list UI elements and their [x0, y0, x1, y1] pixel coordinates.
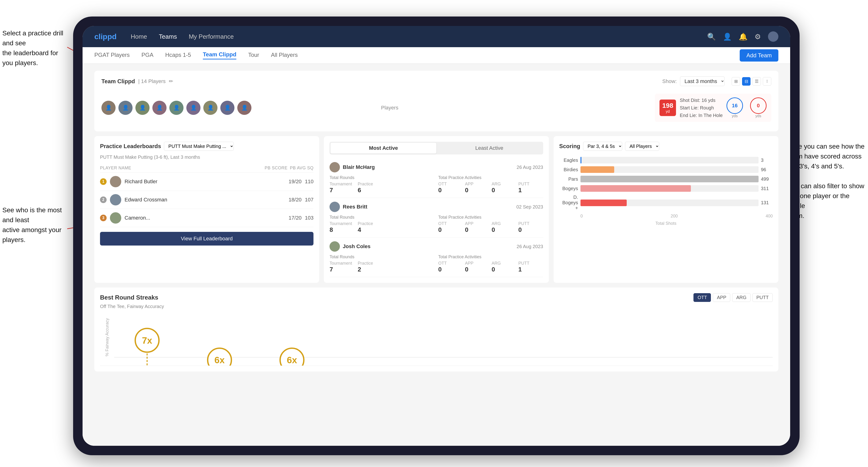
filter-ott[interactable]: OTT	[693, 293, 711, 302]
main-content: Team Clippd | 14 Players ✏ Show: Last 3 …	[83, 64, 790, 446]
tab-least-active[interactable]: Least Active	[436, 143, 542, 154]
scoring-bar-chart: Eagles 3 Birdies 96	[559, 154, 773, 228]
shot-dist-badge: 198 yd	[659, 99, 676, 116]
team-count: | 14 Players	[138, 78, 165, 85]
scoring-par-filter[interactable]: Par 3, 4 & 5s	[583, 142, 622, 151]
activity-avatar-2	[330, 201, 340, 212]
activity-player-2: Rees Britt 02 Sep 2023 Total Rounds Tour…	[330, 198, 543, 238]
player-lb-name-1: Richard Butler	[125, 179, 285, 185]
bar-value-bogeys: 311	[761, 186, 773, 191]
user-avatar[interactable]	[768, 31, 778, 42]
three-col-layout: Practice Leaderboards PUTT Must Make Put…	[94, 136, 778, 283]
player-avatar-9[interactable]: 👤	[237, 101, 251, 115]
scoring-player-filter[interactable]: All Players	[625, 142, 659, 151]
leaderboard-row-2[interactable]: 2 Edward Crossman 18/20 107	[100, 191, 313, 209]
activity-player-header-1: Blair McHarg 26 Aug 2023	[330, 162, 543, 173]
team-title: Team Clippd	[101, 78, 135, 85]
player-avatar-1[interactable]: 👤	[101, 101, 116, 115]
leaderboard-row-3[interactable]: 3 Cameron... 17/20 103	[100, 209, 313, 227]
leaderboard-row-1[interactable]: 1 Richard Butler 19/20 110	[100, 173, 313, 191]
scoring-card: Scoring Par 3, 4 & 5s All Players Eagles	[554, 136, 778, 283]
streaks-header: Best Round Streaks OTT APP ARG PUTT	[100, 293, 773, 302]
total-rounds-group-2: Total Rounds Tournament8 Practice4	[330, 215, 434, 234]
people-icon[interactable]: 👤	[723, 33, 732, 41]
practice-leaderboards-card: Practice Leaderboards PUTT Must Make Put…	[94, 136, 319, 283]
leaderboard-table-header: PLAYER NAME PB SCORE PB AVG SQ	[100, 164, 313, 173]
player-lb-avg-3: 103	[305, 215, 314, 221]
drill-select[interactable]: PUTT Must Make Putting ...	[164, 142, 234, 151]
activity-player-1: Blair McHarg 26 Aug 2023 Total Rounds To…	[330, 158, 543, 198]
nav-teams[interactable]: Teams	[159, 33, 177, 40]
team-section: Team Clippd | 14 Players ✏ Show: Last 3 …	[94, 71, 778, 131]
activity-stats-3: Total Rounds Tournament7 Practice2 Total…	[330, 254, 543, 273]
svg-text:6x: 6x	[214, 355, 225, 365]
brand-logo[interactable]: clippd	[94, 32, 117, 41]
show-label: Show:	[662, 78, 677, 85]
bar-value-dbogeys: 131	[761, 200, 773, 206]
players-label: Players	[381, 105, 398, 111]
activity-card: Most Active Least Active Blair McHarg 26…	[324, 136, 549, 283]
sub-nav-pga[interactable]: PGA	[142, 52, 154, 59]
total-rounds-group-3: Total Rounds Tournament7 Practice2	[330, 254, 434, 273]
player-lb-name-2: Edward Crossman	[125, 197, 285, 203]
bar-fill-pars	[581, 176, 758, 182]
view-leaderboard-button[interactable]: View Full Leaderboard	[100, 232, 313, 246]
sub-navbar: PGAT Players PGA Hcaps 1-5 Team Clippd T…	[83, 47, 790, 64]
shot-circle-2: 0	[750, 97, 767, 114]
activity-date-2: 02 Sep 2023	[516, 204, 543, 210]
edit-icon[interactable]: ✏	[169, 78, 173, 85]
activity-avatar-1	[330, 162, 340, 173]
bar-bogeys: Bogeys 311	[559, 185, 773, 192]
filter-arg[interactable]: ARG	[732, 293, 750, 302]
sub-nav-team-clippd[interactable]: Team Clippd	[203, 51, 236, 59]
bar-fill-bogeys	[581, 185, 691, 192]
filter-app[interactable]: APP	[713, 293, 730, 302]
filter-putt[interactable]: PUTT	[752, 293, 773, 302]
bell-icon[interactable]: 🔔	[739, 33, 747, 41]
player-avatar-7[interactable]: 👤	[203, 101, 217, 115]
player-avatar-6[interactable]: 👤	[186, 101, 200, 115]
svg-text:6x: 6x	[287, 355, 297, 365]
search-icon[interactable]: 🔍	[707, 33, 716, 41]
add-team-button[interactable]: Add Team	[740, 49, 778, 62]
settings-icon[interactable]: ⚙	[754, 33, 761, 41]
nav-my-performance[interactable]: My Performance	[189, 33, 234, 40]
nav-home[interactable]: Home	[131, 33, 147, 40]
sub-nav-tour[interactable]: Tour	[248, 52, 259, 59]
player-avatar-3[interactable]: 👤	[135, 101, 150, 115]
view-list-button[interactable]: ☰	[752, 77, 761, 86]
player-lb-score-3: 17/20	[289, 215, 302, 221]
player-avatar-8[interactable]: 👤	[220, 101, 235, 115]
bar-track-dbogeys	[581, 199, 758, 206]
player-lb-avatar-1	[110, 176, 121, 187]
player-avatar-4[interactable]: 👤	[152, 101, 166, 115]
view-grid3-button[interactable]: ⊟	[742, 77, 750, 86]
sub-nav-all-players[interactable]: All Players	[271, 52, 298, 59]
activity-player-header-2: Rees Britt 02 Sep 2023	[330, 201, 543, 212]
bar-value-birdies: 96	[761, 167, 773, 173]
tab-most-active[interactable]: Most Active	[331, 143, 436, 154]
player-lb-avatar-3	[110, 212, 121, 224]
view-filter-button[interactable]: ⫶	[763, 77, 771, 86]
rank-badge-3: 3	[100, 215, 106, 221]
activity-tabs: Most Active Least Active	[330, 142, 543, 154]
player-avatar-5[interactable]: 👤	[169, 101, 184, 115]
bar-track-eagles	[581, 157, 758, 163]
show-select[interactable]: Last 3 months	[680, 76, 724, 86]
view-grid2-button[interactable]: ⊞	[732, 77, 740, 86]
activity-avatar-3	[330, 241, 340, 252]
sub-nav-hcaps[interactable]: Hcaps 1-5	[165, 52, 191, 59]
player-lb-avatar-2	[110, 194, 121, 206]
bar-track-pars	[581, 176, 758, 182]
activity-stats-1: Total Rounds Tournament7 Practice6 Total…	[330, 175, 543, 194]
bar-track-birdies	[581, 166, 758, 173]
activity-date-1: 26 Aug 2023	[517, 165, 543, 170]
sub-nav-pgat[interactable]: PGAT Players	[94, 52, 130, 59]
bar-fill-eagles	[581, 157, 582, 163]
player-lb-name-3: Cameron...	[125, 215, 285, 221]
view-icons: ⊞ ⊟ ☰ ⫶	[732, 77, 771, 86]
player-lb-avg-2: 107	[305, 197, 314, 203]
bar-birdies: Birdies 96	[559, 166, 773, 173]
player-avatar-2[interactable]: 👤	[118, 101, 132, 115]
total-practice-group-3: Total Practice Activities OTT0 APP0 ARG0…	[438, 254, 543, 273]
